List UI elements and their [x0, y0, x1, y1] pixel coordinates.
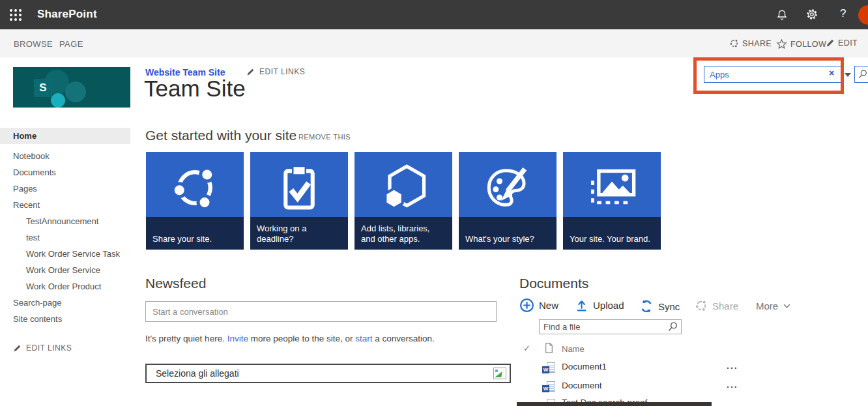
more-button-label: More	[756, 300, 778, 312]
file-menu-ellipsis[interactable]: ...	[727, 360, 738, 371]
page-title: Team Site	[144, 76, 246, 102]
tile-whats-your-style[interactable]: What's your style?	[459, 152, 557, 250]
get-started-title: Get started with your site	[145, 128, 297, 143]
share-icon	[729, 38, 739, 48]
ribbon-bar: BROWSE PAGE SHARE FOLLOW EDIT	[0, 29, 868, 57]
word-doc-icon: W	[542, 362, 555, 373]
hexagon-apps-icon	[354, 158, 452, 217]
app-launcher-icon[interactable]	[10, 9, 22, 21]
star-icon	[776, 38, 787, 50]
sidebar-item-test[interactable]: test	[0, 229, 130, 246]
follow-button[interactable]: FOLLOW	[776, 38, 826, 50]
edit-button-label: EDIT	[838, 38, 858, 48]
quiet-text: more people to the site, or	[248, 334, 355, 343]
attachment-label: Seleziona gli allegati	[156, 368, 239, 379]
remove-this-link[interactable]: REMOVE THIS	[298, 133, 351, 141]
get-started-tiles: Share your site. Working on a deadline? …	[146, 152, 661, 250]
picture-frame-icon	[563, 158, 661, 217]
column-header-name[interactable]: Name	[562, 344, 585, 354]
more-button[interactable]: More	[756, 300, 791, 312]
new-button[interactable]: New	[519, 298, 558, 313]
newsfeed-quiet-text: It's pretty quiet here. Invite more peop…	[145, 334, 435, 343]
share-circle-icon	[146, 158, 244, 217]
suite-bar: SharePoint ?	[0, 0, 868, 29]
broken-image-icon	[493, 368, 506, 379]
share-icon	[695, 299, 708, 312]
find-a-file-input[interactable]	[540, 322, 667, 332]
palette-brush-icon	[459, 158, 557, 217]
sidebar-item-search-page[interactable]: Search-page	[0, 295, 130, 311]
sidebar-edit-links[interactable]: EDIT LINKS	[13, 343, 72, 353]
tile-label: Working on a deadline?	[250, 217, 348, 250]
header-edit-links-label: EDIT LINKS	[259, 67, 305, 76]
help-icon[interactable]: ?	[840, 7, 846, 20]
upload-arrow-icon	[575, 298, 588, 312]
quiet-text: a conversation.	[373, 334, 435, 343]
share-button[interactable]: SHARE	[729, 38, 772, 48]
quiet-text: It's pretty quiet here.	[145, 334, 227, 343]
logo-circle	[51, 93, 65, 108]
follow-button-label: FOLLOW	[790, 40, 826, 49]
pencil-icon	[826, 38, 835, 48]
share-document-button[interactable]: Share	[695, 299, 738, 312]
pencil-icon	[246, 68, 255, 76]
edit-button[interactable]: EDIT	[826, 38, 858, 48]
file-menu-ellipsis[interactable]: ...	[727, 379, 738, 390]
share-button-label: SHARE	[742, 39, 772, 48]
file-link-document[interactable]: Document	[562, 381, 602, 390]
brand-title: SharePoint	[37, 8, 97, 21]
account-avatar[interactable]	[858, 5, 868, 25]
tile-your-site-your-brand[interactable]: Your site. Your brand.	[563, 152, 661, 250]
tab-browse[interactable]: BROWSE	[14, 39, 53, 49]
clipboard-check-icon	[250, 158, 348, 217]
file-link-document1[interactable]: Document1	[562, 362, 607, 371]
plus-circle-icon	[519, 298, 534, 313]
tile-working-on-a-deadline[interactable]: Working on a deadline?	[250, 152, 348, 250]
gear-icon[interactable]	[805, 8, 818, 23]
sidebar-item-pages[interactable]: Pages	[0, 181, 130, 197]
left-navigation: Home Notebook Documents Pages Recent Tes…	[0, 128, 130, 327]
documents-title: Documents	[519, 276, 588, 291]
search-scope-chevron-down-icon[interactable]	[845, 73, 851, 77]
tile-share-your-site[interactable]: Share your site.	[146, 152, 244, 250]
sidebar-item-work-order-product[interactable]: Work Order Product	[0, 278, 130, 295]
sync-button[interactable]: Sync	[639, 299, 680, 313]
start-conversation-link[interactable]: start	[355, 334, 372, 343]
search-submit-button[interactable]	[854, 66, 868, 83]
tile-label: Add lists, libraries, and other apps.	[354, 217, 452, 250]
invite-link[interactable]: Invite	[227, 334, 248, 343]
header-edit-links[interactable]: EDIT LINKS	[246, 67, 305, 76]
new-button-label: New	[539, 300, 558, 311]
select-all-checkmark[interactable]: ✓	[523, 343, 530, 353]
sidebar-item-recent[interactable]: Recent	[0, 197, 130, 213]
sidebar-item-work-order-service-task[interactable]: Work Order Service Task	[0, 246, 130, 262]
search-icon[interactable]	[667, 321, 678, 332]
tab-page[interactable]: PAGE	[59, 39, 83, 49]
pencil-icon	[13, 344, 22, 353]
sidebar-item-work-order-service[interactable]: Work Order Service	[0, 262, 130, 278]
conversation-input[interactable]	[145, 301, 497, 322]
site-logo[interactable]: S	[13, 67, 130, 108]
sidebar-item-notebook[interactable]: Notebook	[0, 148, 130, 164]
tile-label: Share your site.	[146, 217, 244, 250]
document-icon	[545, 343, 553, 356]
tile-add-lists-libraries-apps[interactable]: Add lists, libraries, and other apps.	[354, 152, 452, 250]
sidebar-item-documents[interactable]: Documents	[0, 164, 130, 181]
sync-button-label: Sync	[658, 301, 680, 312]
upload-button[interactable]: Upload	[575, 298, 624, 312]
attachment-file-picker[interactable]: Seleziona gli allegati	[145, 364, 511, 383]
search-icon	[858, 69, 868, 80]
tile-label: What's your style?	[459, 217, 557, 250]
sidebar-item-testannouncement[interactable]: TestAnnouncement	[0, 213, 130, 229]
tile-label: Your site. Your brand.	[563, 217, 661, 250]
sidebar-edit-links-label: EDIT LINKS	[26, 343, 72, 353]
word-doc-icon: W	[542, 381, 555, 392]
logo-circle	[65, 81, 86, 102]
upload-button-label: Upload	[593, 300, 624, 311]
sidebar-item-home[interactable]: Home	[0, 128, 130, 144]
bell-icon[interactable]	[776, 8, 788, 24]
sharepoint-logo-letter: S	[34, 79, 52, 97]
find-a-file-box	[539, 319, 682, 334]
sidebar-item-site-contents[interactable]: Site contents	[0, 311, 130, 327]
annotation-highlight-rectangle	[693, 57, 844, 94]
